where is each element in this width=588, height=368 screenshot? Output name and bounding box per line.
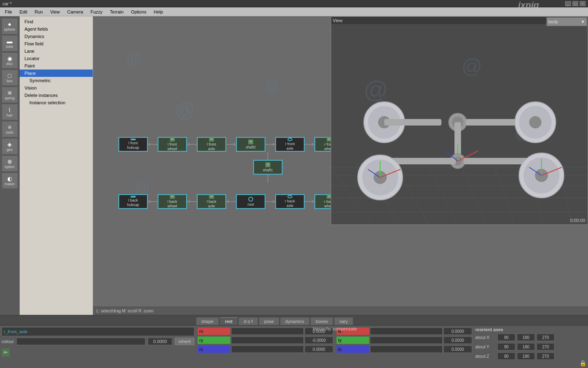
v-connector-top bbox=[267, 152, 268, 160]
arrow-5 bbox=[305, 144, 314, 145]
tab-rest[interactable]: rest bbox=[220, 317, 238, 325]
menu-flow-field[interactable]: Flow field bbox=[20, 40, 93, 47]
menu-terrain[interactable]: Terrain bbox=[107, 9, 127, 15]
ry-value: -0.0000 bbox=[305, 337, 333, 344]
rx-label: rx bbox=[198, 328, 230, 335]
ry-slider[interactable] bbox=[231, 337, 304, 344]
menu-symmetric[interactable]: Symmetric bbox=[20, 77, 93, 84]
tab-vary[interactable]: vary bbox=[334, 317, 353, 325]
menu-instance-selection[interactable]: Instance selection bbox=[20, 99, 93, 106]
svg-text:@: @ bbox=[462, 55, 482, 78]
tool-sphere[interactable]: ● sphere bbox=[2, 18, 18, 34]
object-name-field[interactable] bbox=[2, 327, 194, 336]
menu-find[interactable]: Find bbox=[20, 18, 93, 25]
rz-label: rz bbox=[198, 346, 230, 353]
tab-shape[interactable]: shape bbox=[196, 317, 219, 325]
node-r-back-axle[interactable]: r backaxle bbox=[275, 194, 305, 209]
main-layout: ● sphere ▬ tube ◉ disc □ box ≋ spring ⌇ … bbox=[0, 16, 588, 315]
tool-box[interactable]: □ box bbox=[2, 70, 18, 86]
reorient-y-90[interactable]: 90 bbox=[497, 343, 515, 350]
statusbar: L: select/drag M: scroll R: zoom bbox=[93, 307, 588, 315]
watermark-2: @ bbox=[172, 95, 198, 124]
maximize-btn[interactable]: □ bbox=[572, 1, 578, 6]
tool-geo[interactable]: ◈ geo bbox=[2, 138, 18, 155]
menu-agent-fields[interactable]: Agent fields bbox=[20, 25, 93, 33]
tool-hair[interactable]: ⌇ hair bbox=[2, 104, 18, 120]
inherit-btn[interactable]: inherit bbox=[175, 338, 194, 345]
arrow-b1 bbox=[148, 201, 158, 202]
left-toolbar: ● sphere ▬ tube ◉ disc □ box ≋ spring ⌇ … bbox=[0, 16, 20, 315]
menu-place[interactable]: Place bbox=[20, 70, 93, 77]
tab-bones[interactable]: bones bbox=[310, 317, 333, 325]
bottom-content: colour 0.0000 inherit ✏ rx 0.0000 bbox=[0, 325, 588, 368]
menu-help[interactable]: Help bbox=[151, 9, 167, 15]
tool-option[interactable]: ⊕ option bbox=[2, 155, 18, 172]
reorient-y-180[interactable]: 180 bbox=[517, 343, 535, 350]
reorient-z-180[interactable]: 180 bbox=[517, 352, 535, 360]
tz-slider[interactable] bbox=[370, 346, 443, 353]
center-area: @ @ @ @ l fronthubcap ✏ l frontwheel ✏ l… bbox=[93, 16, 588, 315]
menu-view[interactable]: View bbox=[47, 9, 63, 15]
tool-materi[interactable]: ◐ materi bbox=[2, 173, 18, 189]
v-connector-bottom bbox=[267, 175, 268, 183]
reorient-y-label: about Y bbox=[475, 345, 496, 349]
ty-value: 0.0000 bbox=[443, 337, 472, 344]
tool-cloth[interactable]: ≡ cloth bbox=[2, 121, 18, 137]
tab-dynamics[interactable]: dynamics bbox=[280, 317, 310, 325]
menu-dynamics[interactable]: Dynamics bbox=[20, 33, 93, 40]
ty-label: ty bbox=[336, 337, 369, 344]
menu-options[interactable]: Options bbox=[128, 9, 150, 15]
node-l-back-axle[interactable]: ✏ l backaxle bbox=[197, 194, 226, 209]
tx-value: 0.0000 bbox=[443, 328, 472, 335]
node-shaft1[interactable]: ✏ shaft1 bbox=[253, 160, 283, 175]
info-panel: colour 0.0000 inherit ✏ bbox=[0, 325, 196, 368]
menu-fuzzy[interactable]: Fuzzy bbox=[87, 9, 106, 15]
reorient-x-270[interactable]: 270 bbox=[537, 334, 555, 341]
hierarchy-section: rx 0.0000 ry -0.0000 rz 0.0000 bbox=[196, 325, 474, 368]
menu-edit[interactable]: Edit bbox=[16, 9, 31, 15]
edit-icon[interactable]: ✏ bbox=[2, 348, 10, 357]
node-l-front-hubcap[interactable]: l fronthubcap bbox=[118, 137, 148, 152]
rz-slider[interactable] bbox=[231, 346, 304, 353]
svg-text:@: @ bbox=[364, 76, 388, 103]
menu-lane[interactable]: Lane bbox=[20, 47, 93, 55]
menu-paint[interactable]: Paint bbox=[20, 62, 93, 70]
ry-label: ry bbox=[198, 337, 230, 344]
tool-spring[interactable]: ≋ spring bbox=[2, 87, 18, 103]
minimize-btn[interactable]: _ bbox=[565, 1, 571, 6]
colour-swatch[interactable] bbox=[16, 338, 145, 345]
menu-delete-instances[interactable]: Delete instances bbox=[20, 92, 93, 99]
node-r-front-axle[interactable]: r frontaxle bbox=[275, 137, 305, 152]
node-l-back-wheel[interactable]: ✏ l backwheel bbox=[158, 194, 187, 209]
menu-locator[interactable]: Locator bbox=[20, 55, 93, 62]
menu-vision[interactable]: Vision bbox=[20, 84, 93, 92]
close-btn[interactable]: × bbox=[580, 1, 586, 6]
tool-disc[interactable]: ◉ disc bbox=[2, 52, 18, 69]
reorient-y-row: about Y 90 180 270 bbox=[475, 343, 586, 351]
ty-slider[interactable] bbox=[370, 337, 443, 344]
tab-pose[interactable]: pose bbox=[259, 317, 279, 325]
arrow-2 bbox=[187, 144, 197, 145]
menu-camera[interactable]: Camera bbox=[64, 9, 87, 15]
reorient-x-180[interactable]: 180 bbox=[517, 334, 535, 341]
menu-file[interactable]: File bbox=[2, 9, 16, 15]
reorient-y-270[interactable]: 270 bbox=[537, 343, 555, 350]
node-l-back-hubcap[interactable]: l backhubcap bbox=[118, 194, 148, 209]
reorient-z-270[interactable]: 270 bbox=[537, 352, 555, 360]
node-shaft2[interactable]: ✏ shaft2 bbox=[236, 137, 265, 152]
tx-slider[interactable] bbox=[370, 328, 443, 335]
node-l-front-axle[interactable]: ✏ l frontaxle bbox=[197, 137, 226, 152]
node-root[interactable]: root bbox=[236, 194, 265, 209]
colour-row: colour 0.0000 inherit bbox=[2, 338, 194, 345]
body-dropdown[interactable]: body ▼ bbox=[546, 17, 587, 26]
node-l-front-wheel[interactable]: ✏ l frontwheel bbox=[158, 137, 187, 152]
svg-point-28 bbox=[529, 116, 541, 128]
tool-tube[interactable]: ▬ tube bbox=[2, 35, 18, 52]
rx-slider[interactable] bbox=[231, 328, 304, 335]
tz-value: 0.0000 bbox=[443, 346, 472, 353]
reorient-z-90[interactable]: 90 bbox=[497, 352, 515, 360]
tab-dof[interactable]: d o f bbox=[238, 317, 258, 325]
titlebar: car * ixpig _ □ × bbox=[0, 0, 588, 7]
menu-run[interactable]: Run bbox=[31, 9, 46, 15]
reorient-x-90[interactable]: 90 bbox=[497, 334, 515, 341]
